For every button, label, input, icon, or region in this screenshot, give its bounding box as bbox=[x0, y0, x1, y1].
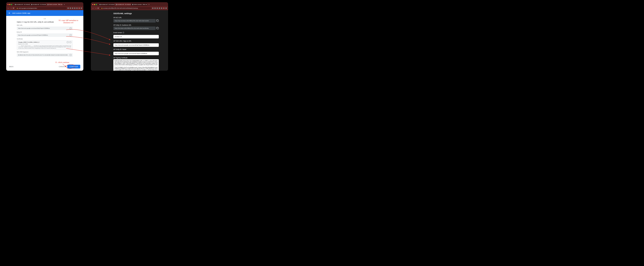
cancel-button[interactable]: CANCEL bbox=[59, 66, 66, 67]
idp-cert-textarea[interactable]: MIIBCgKCAQEA+QGASrUXGat1KodrByBQ1R8KHwwC… bbox=[113, 59, 159, 71]
idp-sso-label: IdP SSO URL / Sign on URL bbox=[113, 40, 159, 42]
browser-window-left: emulator.wtf - An Android clo…× emulator… bbox=[6, 2, 83, 71]
certificate-name: Google_2028-7-6-12361_SAML2_0 bbox=[18, 42, 39, 43]
toolbar: ← → ⟳ 🔒 emulator.wtf/o/488ca78f-c15d-4e9… bbox=[91, 6, 168, 10]
idp-sso-input[interactable] bbox=[113, 43, 159, 47]
email-domain-input[interactable] bbox=[113, 35, 159, 38]
favicon-icon bbox=[100, 4, 100, 5]
maximize-window-icon[interactable] bbox=[11, 4, 12, 5]
url-text: admin.google.com/ac/apps/unified bbox=[18, 8, 37, 9]
sp-entity-value: https://emulator.wtf/o/488ca78f-c15d-4e9… bbox=[113, 27, 156, 30]
copy-icon[interactable] bbox=[70, 27, 72, 29]
favicon-icon bbox=[31, 4, 32, 5]
sha-label: SHA-256 fingerprint bbox=[17, 51, 73, 53]
back-icon[interactable]: ← bbox=[8, 7, 9, 9]
lock-icon: 🔒 bbox=[16, 8, 18, 9]
back-button[interactable]: BACK bbox=[9, 66, 14, 67]
tab-admin-console[interactable]: Admin console - Web and mo…× bbox=[131, 3, 147, 6]
reload-icon[interactable]: ⟳ bbox=[98, 7, 99, 9]
favicon-icon bbox=[116, 4, 117, 5]
tab-emulator-2[interactable]: emulator.wtf - An Android clo…× bbox=[30, 3, 46, 6]
entity-id-value: https://accounts.google.com/o/saml2?idpi… bbox=[18, 35, 48, 36]
extension-icons bbox=[68, 8, 82, 9]
close-icon[interactable]: ✕ bbox=[8, 12, 10, 14]
favicon-icon bbox=[132, 4, 133, 5]
profile-avatar-icon[interactable] bbox=[78, 8, 80, 9]
minimize-window-icon[interactable] bbox=[94, 4, 95, 5]
back-icon[interactable]: ← bbox=[92, 7, 94, 9]
idp-cert-label: IdP Signing Certificate bbox=[113, 57, 159, 59]
sso-url-field: https://accounts.google.com/o/saml2/idp?… bbox=[17, 27, 73, 30]
dialog-header: ✕ Add custom SAML app bbox=[6, 10, 83, 16]
download-icon[interactable] bbox=[70, 41, 71, 43]
tabstrip: emulator.wtf - An Android clo…× emulator… bbox=[91, 2, 168, 6]
close-window-icon[interactable] bbox=[8, 4, 8, 5]
sha-value: 83:0B:EC:DE:37:91:4D:A7:56:A0:46:F6:22:2… bbox=[18, 54, 69, 56]
idp-entity-input[interactable] bbox=[113, 52, 159, 55]
page-content: SSO/SAML settings SP ACS URL https://api… bbox=[91, 10, 168, 71]
sso-url-value: https://accounts.google.com/o/saml2/idp?… bbox=[18, 28, 50, 29]
share-icon[interactable] bbox=[68, 8, 69, 9]
url-text: emulator.wtf/o/488ca78f-c15d-4e9f-a5a0-b… bbox=[103, 8, 138, 9]
copy-icon[interactable] bbox=[70, 34, 72, 36]
profile-avatar-icon[interactable] bbox=[163, 8, 164, 9]
option-title: Option 2: Copy the SSO URL, entity ID, a… bbox=[17, 21, 73, 23]
idp-entity-label: IdP Entity ID / Issuer bbox=[113, 49, 159, 50]
copy-icon[interactable] bbox=[70, 54, 72, 56]
close-window-icon[interactable] bbox=[92, 4, 93, 5]
minimize-window-icon[interactable] bbox=[9, 4, 10, 5]
extensions-puzzle-icon[interactable] bbox=[159, 8, 160, 9]
tab-emulator-1[interactable]: emulator.wtf - An Android clo…× bbox=[98, 3, 114, 6]
share-icon[interactable] bbox=[152, 8, 154, 9]
chrome-top: emulator.wtf - An Android clo…× emulator… bbox=[6, 2, 83, 10]
tab-title: emulator.wtf - An Android clo… bbox=[117, 4, 131, 5]
favicon-icon bbox=[48, 4, 48, 5]
window-controls[interactable] bbox=[8, 4, 12, 5]
toolbar: ← → ⟳ 🔒 admin.google.com/ac/apps/unified bbox=[6, 6, 83, 10]
menu-icon[interactable] bbox=[166, 8, 167, 9]
copy-icon[interactable] bbox=[156, 20, 159, 22]
tab-title: Admin console - Web and mo… bbox=[49, 4, 62, 5]
extension-icon[interactable] bbox=[70, 8, 71, 9]
tab-title: emulator.wtf - An Android clo… bbox=[33, 4, 46, 5]
tab-title: emulator.wtf - An Android clo… bbox=[16, 4, 30, 5]
extension-icons bbox=[152, 8, 167, 9]
sp-entity-label: SP Entity ID / Audience URL bbox=[113, 24, 159, 26]
menu-icon[interactable] bbox=[81, 8, 82, 9]
copy-icon[interactable] bbox=[67, 41, 68, 43]
extensions-puzzle-icon[interactable] bbox=[74, 8, 76, 9]
new-tab-button[interactable]: + bbox=[148, 4, 150, 6]
copy-icon[interactable] bbox=[156, 27, 159, 29]
reload-icon[interactable]: ⟳ bbox=[13, 7, 14, 9]
entity-id-label: Entity ID bbox=[17, 31, 73, 33]
certificate-label: Certificate bbox=[17, 38, 73, 40]
forward-icon[interactable]: → bbox=[95, 7, 96, 9]
tab-title: emulator.wtf - An Android clo… bbox=[101, 4, 114, 5]
or-divider: OR bbox=[17, 18, 73, 20]
extension-icon[interactable] bbox=[72, 8, 73, 9]
tab-admin-console[interactable]: Admin console - Web and mo…× bbox=[46, 3, 62, 6]
url-bar[interactable]: 🔒 emulator.wtf/o/488ca78f-c15d-4e9f-a5a0… bbox=[100, 7, 151, 10]
new-tab-button[interactable]: + bbox=[63, 4, 66, 6]
maximize-window-icon[interactable] bbox=[96, 4, 97, 5]
continue-button[interactable]: CONTINUE bbox=[67, 65, 80, 68]
sso-url-label: SSO URL bbox=[17, 25, 73, 26]
certificate-expiry: Expires Jul 6, 2028 bbox=[18, 43, 71, 45]
bookmark-icon[interactable] bbox=[161, 8, 162, 9]
extension-icon[interactable] bbox=[156, 8, 158, 9]
forward-icon[interactable]: → bbox=[10, 7, 12, 9]
tab-emulator-settings[interactable]: emulator.wtf - An Android clo…× bbox=[115, 3, 131, 6]
certificate-body: -----BEGIN CERTIFICATE----- MIIDdDCCAlyg… bbox=[18, 45, 71, 49]
dialog-footer: BACK CANCEL CONTINUE bbox=[6, 63, 83, 71]
lock-icon: 🔒 bbox=[101, 8, 102, 9]
help-icon[interactable]: ? bbox=[122, 32, 124, 33]
url-bar[interactable]: 🔒 admin.google.com/ac/apps/unified bbox=[15, 7, 66, 10]
window-controls[interactable] bbox=[92, 4, 97, 5]
email-domain-label: Email domain? bbox=[113, 32, 159, 33]
sp-acs-label: SP ACS URL bbox=[113, 17, 159, 18]
page-content: ✕ Add custom SAML app OR Option 2: Copy … bbox=[6, 10, 83, 71]
bookmark-icon[interactable] bbox=[76, 8, 78, 9]
tab-emulator-1[interactable]: emulator.wtf - An Android clo…× bbox=[14, 3, 30, 6]
entity-id-field: https://accounts.google.com/o/saml2?idpi… bbox=[17, 33, 73, 37]
extension-icon[interactable] bbox=[154, 8, 156, 9]
